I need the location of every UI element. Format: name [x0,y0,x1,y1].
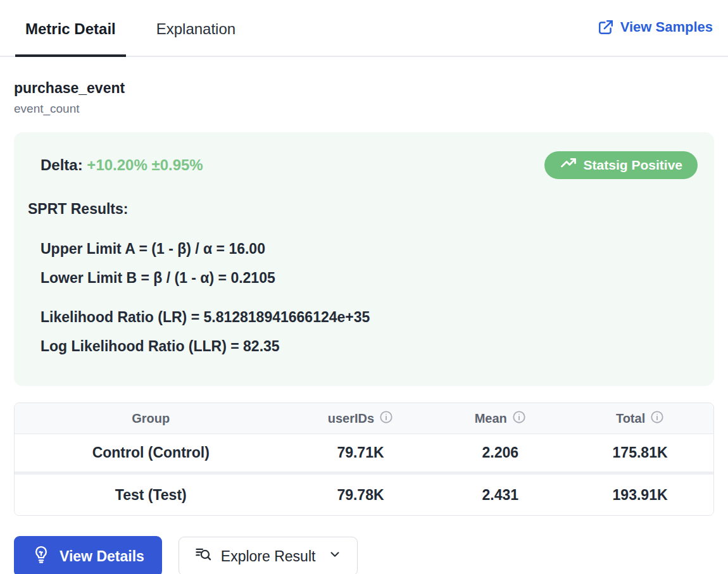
column-header-total: Total [567,403,713,434]
test-total-cell: 193.91K [567,475,713,515]
explore-search-icon [194,546,212,567]
view-details-label: View Details [60,548,144,565]
upper-limit-formula: Upper Limit A = (1 - β) / α = 16.00 [41,234,698,263]
total-header-label: Total [616,411,645,426]
table-row-control: Control (Control) 79.71K 2.206 175.81K [15,434,713,475]
group-results-table: Group userIDs [14,402,714,516]
test-userids-cell: 79.78K [287,475,434,515]
info-icon[interactable] [512,410,526,427]
likelihood-group: Likelihood Ratio (LR) = 5.81281894166612… [28,303,698,361]
action-buttons-row: View Details Explore Result [14,536,714,574]
log-likelihood-ratio: Log Likelihood Ratio (LLR) = 82.35 [41,332,698,361]
column-header-userids: userIDs [287,403,434,434]
view-samples-label: View Samples [620,19,713,35]
sprt-limits-group: Upper Limit A = (1 - β) / α = 16.00 Lowe… [28,234,698,292]
metric-name: purchase_event [14,80,714,97]
tab-bar: Metric Detail Explanation View Samples [0,0,728,57]
control-total-cell: 175.81K [567,434,713,475]
external-link-icon [598,19,614,35]
mean-header-label: Mean [475,411,507,426]
metric-heading: purchase_event event_count [14,80,714,116]
tab-metric-detail[interactable]: Metric Detail [15,20,126,57]
metric-type: event_count [14,102,714,116]
table-row-test: Test (Test) 79.78K 2.431 193.91K [15,475,713,515]
explore-result-label: Explore Result [221,548,316,565]
explore-result-button[interactable]: Explore Result [179,537,358,574]
chevron-down-icon [328,547,342,565]
view-samples-link[interactable]: View Samples [598,19,713,56]
column-header-group: Group [15,403,287,434]
column-header-mean: Mean [434,403,567,434]
trend-up-icon [560,155,577,176]
delta-value: +10.20% [87,156,147,173]
lightbulb-icon [32,545,51,568]
info-icon[interactable] [650,410,664,427]
lower-limit-formula: Lower Limit B = β / (1 - α) = 0.2105 [41,263,698,292]
badge-label: Statsig Positive [584,158,682,173]
sprt-results-heading: SPRT Results: [28,201,698,218]
test-mean-cell: 2.431 [434,475,567,515]
delta-margin: ±0.95% [151,156,203,173]
tab-explanation[interactable]: Explanation [146,20,246,57]
view-details-button[interactable]: View Details [14,536,162,574]
info-icon[interactable] [379,410,393,427]
test-group-cell: Test (Test) [15,475,287,515]
table-header-row: Group userIDs [15,403,713,434]
sprt-results-panel: Delta: +10.20% ±0.95% Statsig Positive S… [14,132,714,386]
control-group-cell: Control (Control) [15,434,287,475]
delta-text: Delta: +10.20% ±0.95% [41,156,203,174]
statsig-positive-badge: Statsig Positive [544,151,698,179]
likelihood-ratio: Likelihood Ratio (LR) = 5.81281894166612… [41,303,698,332]
control-userids-cell: 79.71K [287,434,434,475]
group-header-label: Group [132,411,170,426]
delta-row: Delta: +10.20% ±0.95% Statsig Positive [28,151,698,179]
control-mean-cell: 2.206 [434,434,567,475]
metric-detail-panel: purchase_event event_count Delta: +10.20… [0,80,728,574]
userids-header-label: userIDs [328,411,374,426]
delta-label: Delta: [41,156,83,173]
